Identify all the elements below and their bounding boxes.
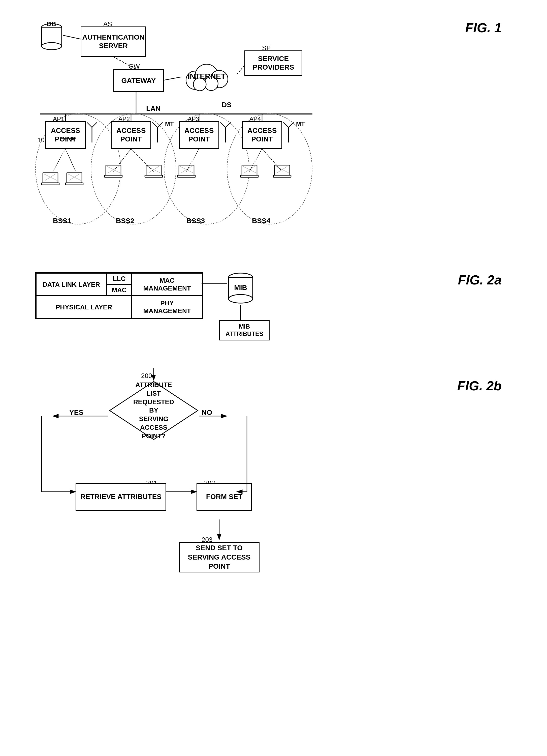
svg-rect-32 — [146, 165, 161, 175]
bss4-label: BSS4 — [252, 217, 271, 225]
ref-200: 200 — [141, 372, 152, 380]
svg-line-16 — [226, 122, 231, 127]
llc-cell: LLC — [107, 273, 132, 284]
retrieve-attributes-box: RETRIEVE ATTRIBUTES — [76, 483, 166, 511]
svg-rect-36 — [179, 165, 194, 175]
svg-rect-20 — [43, 173, 58, 183]
ap4-antenna — [282, 122, 295, 143]
phy-management-cell: PHY MANAGEMENT — [132, 296, 202, 318]
fig2b-flow-lines — [20, 368, 527, 595]
data-link-layer-cell: DATA LINK LAYER — [36, 273, 107, 296]
ap3-box: ACCESS POINT — [179, 121, 219, 149]
mac-management-cell: MAC MANAGEMENT — [132, 273, 202, 296]
ap4-box: ACCESS POINT — [242, 121, 282, 149]
fig2a-diagram: FIG. 2a DATA LINK LAYER LLC MAC MAC MANA… — [20, 257, 527, 353]
svg-line-50 — [164, 77, 182, 80]
mt1-label: MT — [165, 121, 174, 128]
svg-rect-25 — [66, 183, 83, 185]
svg-line-9 — [87, 122, 92, 127]
fig2b-diagram: FIG. 2b 200 ATTRIBUTE LIST — [20, 368, 527, 595]
internet-label: INTERNET — [182, 72, 232, 80]
send-set-box: SEND SET TO SERVING ACCESS POINT — [179, 542, 260, 572]
svg-line-19 — [288, 122, 293, 127]
decision-diamond: ATTRIBUTE LIST REQUESTED BY SERVING ACCE… — [108, 380, 199, 441]
mac-cell: MAC — [107, 284, 132, 296]
physical-layer-cell: PHYSICAL LAYER — [36, 296, 132, 318]
svg-line-18 — [283, 122, 288, 127]
mib-attributes-box: MIB ATTRIBUTES — [219, 320, 270, 340]
svg-rect-33 — [145, 175, 163, 177]
ap3-antenna — [219, 122, 232, 143]
svg-rect-37 — [178, 175, 195, 177]
ds-label: DS — [222, 101, 232, 109]
laptop1 — [40, 171, 61, 189]
gateway-box: GATEWAY — [113, 69, 164, 92]
laptop3 — [103, 164, 124, 181]
svg-line-15 — [221, 122, 226, 127]
diamond-text: ATTRIBUTE LIST REQUESTED BY SERVING ACCE… — [129, 381, 179, 441]
svg-line-51 — [237, 66, 245, 74]
ap2-antenna — [151, 122, 164, 143]
bss1-label: BSS1 — [53, 217, 71, 225]
internet-cloud: INTERNET — [182, 59, 232, 93]
svg-rect-21 — [42, 183, 59, 185]
svg-point-2 — [42, 43, 62, 50]
mib-cylinder: MIB — [227, 272, 255, 306]
ap2-box: ACCESS POINT — [111, 121, 151, 149]
svg-rect-45 — [274, 175, 291, 177]
db-label: DB — [47, 20, 56, 28]
ap1-antenna — [86, 122, 98, 143]
svg-rect-44 — [274, 165, 290, 175]
yes-label: YES — [69, 409, 83, 417]
no-label: NO — [202, 409, 212, 417]
svg-rect-41 — [241, 175, 258, 177]
laptop2 — [64, 171, 84, 189]
svg-line-12 — [153, 122, 158, 127]
auth-server-box: AUTHENTICATION SERVER — [81, 26, 146, 57]
mt2-label: MT — [296, 121, 305, 128]
laptop5 — [176, 164, 197, 181]
fig1-label: FIG. 1 — [465, 20, 502, 35]
svg-point-69 — [229, 295, 253, 303]
bss2-label: BSS2 — [116, 217, 134, 225]
fig2a-label: FIG. 2a — [458, 272, 502, 287]
svg-rect-29 — [105, 175, 122, 177]
laptop7 — [272, 164, 292, 181]
svg-rect-24 — [67, 173, 82, 183]
form-set-box: FORM SET — [197, 483, 252, 511]
fig1-diagram: FIG. 1 DB AS AUTHENTICATION SERVER GW GA… — [20, 15, 527, 242]
laptop4 — [144, 164, 164, 181]
bss3-label: BSS3 — [187, 217, 205, 225]
svg-rect-28 — [106, 165, 121, 175]
layer-table: DATA LINK LAYER LLC MAC MAC MANAGEMENT P… — [35, 272, 203, 319]
lan-label: LAN — [146, 105, 161, 113]
mib-label: MIB — [227, 284, 255, 292]
svg-line-48 — [63, 35, 81, 39]
fig2b-label: FIG. 2b — [457, 378, 502, 393]
service-providers-box: SERVICE PROVIDERS — [245, 50, 302, 76]
laptop6 — [240, 164, 260, 181]
svg-line-13 — [158, 122, 163, 127]
ap1-box: ACCESS POINT — [45, 121, 86, 149]
svg-line-10 — [92, 122, 97, 127]
svg-rect-40 — [242, 165, 257, 175]
